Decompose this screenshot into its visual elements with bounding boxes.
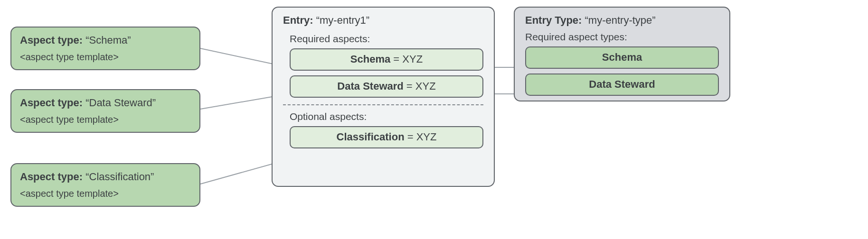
entry-box: Entry: “my-entry1” Required aspects: Sch… [272,7,495,187]
optional-aspects-label: Optional aspects: [290,111,483,122]
aspect-type-name: “Schema” [85,34,131,46]
required-aspect-type-schema: Schema [525,46,719,69]
optional-aspect-classification: Classification = XYZ [290,126,483,148]
aspect-type-label: Aspect type: [20,171,83,183]
aspect-type-name: “Classification” [85,171,154,183]
entry-type-header: Entry Type: “my-entry-type” [525,14,719,27]
aspect-type-data-steward: Aspect type: “Data Steward” <aspect type… [10,89,200,133]
aspect-type-template: <aspect type template> [20,186,191,201]
aspect-type-label: Aspect type: [20,34,83,46]
required-aspects-label: Required aspects: [290,33,483,45]
entry-type-box: Entry Type: “my-entry-type” Required asp… [514,7,730,101]
required-aspect-schema: Schema = XYZ [290,48,483,71]
aspect-type-label: Aspect type: [20,97,83,109]
required-aspect-type-data-steward: Data Steward [525,74,719,96]
aspect-type-template: <aspect type template> [20,112,191,127]
required-aspect-types-label: Required aspect types: [525,31,719,43]
required-aspect-data-steward: Data Steward = XYZ [290,75,483,98]
aspect-type-name: “Data Steward” [85,97,156,109]
aspect-type-schema: Aspect type: “Schema” <aspect type templ… [10,27,200,70]
aspect-type-template: <aspect type template> [20,50,191,64]
aspect-type-classification: Aspect type: “Classification” <aspect ty… [10,163,200,207]
aspects-divider [283,104,483,105]
entry-header: Entry: “my-entry1” [283,14,483,27]
